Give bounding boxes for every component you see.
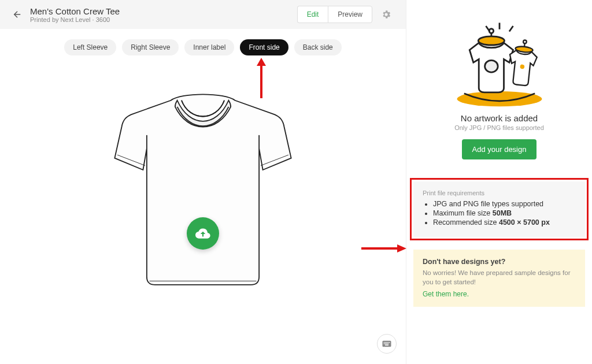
gear-icon: [381, 9, 391, 20]
empty-artwork-illustration: [413, 17, 585, 110]
settings-button[interactable]: [376, 9, 397, 20]
keyboard-icon: [382, 339, 392, 349]
upload-design-button[interactable]: [187, 217, 219, 250]
keyboard-shortcuts-button[interactable]: [377, 334, 397, 354]
page-subtitle: Printed by Next Level · 3600: [30, 16, 297, 23]
edit-button[interactable]: Edit: [297, 6, 328, 23]
svg-point-8: [457, 91, 542, 106]
sample-title: Don't have designs yet?: [423, 258, 576, 266]
back-button[interactable]: [9, 6, 25, 23]
title-block: Men's Cotton Crew Tee Printed by Next Le…: [30, 6, 297, 23]
design-canvas: [0, 55, 406, 356]
no-artwork-title: No artwork is added: [413, 113, 585, 123]
tshirt-mockup: [96, 84, 310, 298]
requirements-title: Print file requirements: [423, 190, 576, 196]
cloud-upload-icon: [195, 226, 210, 241]
side-panel: No artwork is added Only JPG / PNG files…: [406, 0, 592, 364]
svg-point-15: [484, 60, 498, 72]
header-actions: Edit Preview: [297, 6, 397, 23]
svg-point-18: [523, 40, 526, 43]
sample-text: No worries! We have prepared sample desi…: [423, 268, 576, 287]
sample-designs-box: Don't have designs yet? No worries! We h…: [413, 250, 585, 307]
tab-right-sleeve[interactable]: Right Sleeve: [122, 39, 179, 55]
sample-link[interactable]: Get them here.: [423, 290, 469, 298]
add-design-button[interactable]: Add your design: [462, 139, 537, 159]
arrow-left-icon: [12, 9, 23, 20]
print-area-tabs: Left Sleeve Right Sleeve Inner label Fro…: [0, 39, 406, 55]
print-requirements-box: Print file requirements JPG and PNG file…: [413, 181, 585, 237]
svg-point-12: [478, 36, 504, 45]
edit-preview-toggle: Edit Preview: [297, 6, 372, 23]
requirement-item: JPG and PNG file types supported: [433, 200, 576, 208]
editor-pane: Men's Cotton Crew Tee Printed by Next Le…: [0, 0, 406, 364]
page-title: Men's Cotton Crew Tee: [30, 6, 297, 16]
no-artwork-subtitle: Only JPG / PNG files supported: [413, 124, 585, 131]
tab-back-side[interactable]: Back side: [294, 39, 342, 55]
tab-front-side[interactable]: Front side: [240, 39, 288, 55]
requirements-list: JPG and PNG file types supported Maximum…: [423, 200, 576, 226]
header-bar: Men's Cotton Crew Tee Printed by Next Le…: [0, 0, 406, 29]
preview-button[interactable]: Preview: [328, 6, 372, 23]
requirement-item: Recommended size 4500 × 5700 px: [433, 218, 576, 226]
tab-inner-label[interactable]: Inner label: [184, 39, 234, 55]
tab-left-sleeve[interactable]: Left Sleeve: [64, 39, 116, 55]
requirement-item: Maximum file size 50MB: [433, 209, 576, 217]
svg-line-11: [509, 26, 513, 31]
svg-point-14: [489, 29, 494, 34]
